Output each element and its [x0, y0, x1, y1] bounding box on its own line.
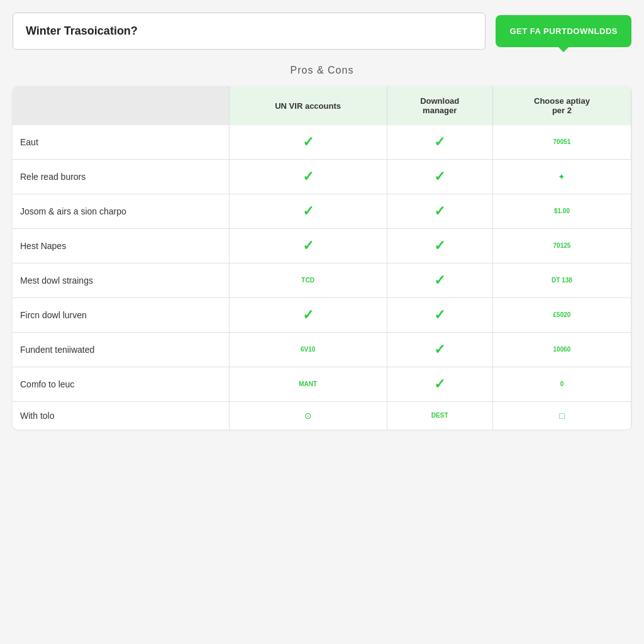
comparison-table: UN VIR accounts Downloadmanager Choose a…: [13, 86, 631, 430]
check-icon: ✓: [303, 238, 314, 253]
cell-label: $1.00: [501, 208, 623, 215]
cell-col3-5: £5020: [492, 298, 631, 333]
cell-label: 0: [501, 380, 623, 388]
cell-col3-4: DT 138: [492, 264, 631, 298]
cell-feature-7: Comfo to leuc: [13, 367, 229, 402]
check-icon: ✓: [303, 203, 314, 219]
cell-col2-1: ✓: [387, 160, 492, 194]
cell-icon: ⊙: [304, 411, 312, 421]
cell-label: £5020: [501, 311, 623, 319]
table-row: Fundent teniiwated6V10✓10060: [13, 333, 631, 367]
table-header-row: UN VIR accounts Downloadmanager Choose a…: [13, 86, 631, 125]
cell-label: 10060: [501, 346, 623, 353]
cell-label: MANT: [237, 380, 379, 388]
table-row: Eaut✓✓70051: [13, 125, 631, 160]
cell-col3-1: ✦: [492, 160, 631, 194]
cell-col2-5: ✓: [387, 298, 492, 333]
table-row: Fircn dowl lurven✓✓£5020: [13, 298, 631, 333]
cell-col3-2: $1.00: [492, 194, 631, 229]
cell-col1-6: 6V10: [229, 333, 387, 367]
table-row: Hest Napes✓✓70125: [13, 229, 631, 264]
table-row: Rele read burors✓✓✦: [13, 160, 631, 194]
cell-label: DEST: [395, 412, 485, 419]
check-icon: ✓: [303, 169, 314, 184]
cell-label: DT 138: [501, 277, 623, 284]
page-header: GET FA PURTDOWNLDDS: [13, 13, 631, 50]
cell-label: 70051: [501, 138, 623, 146]
cell-col1-3: ✓: [229, 229, 387, 264]
cell-col1-2: ✓: [229, 194, 387, 229]
cell-col1-0: ✓: [229, 125, 387, 160]
cell-feature-8: With tolo: [13, 402, 229, 430]
search-input[interactable]: [13, 13, 486, 50]
cell-col2-2: ✓: [387, 194, 492, 229]
cell-col2-6: ✓: [387, 333, 492, 367]
table-row: With tolo⊙DEST□: [13, 402, 631, 430]
check-icon: ✓: [434, 341, 445, 357]
cell-feature-1: Rele read burors: [13, 160, 229, 194]
cell-col3-7: 0: [492, 367, 631, 402]
check-icon: ✓: [434, 134, 445, 150]
cell-col3-8: □: [492, 402, 631, 430]
cell-col3-0: 70051: [492, 125, 631, 160]
cell-col3-6: 10060: [492, 333, 631, 367]
cell-col1-5: ✓: [229, 298, 387, 333]
cell-feature-4: Mest dowl straings: [13, 264, 229, 298]
table-row: Comfo to leucMANT✓0: [13, 367, 631, 402]
cell-col2-0: ✓: [387, 125, 492, 160]
cell-col2-3: ✓: [387, 229, 492, 264]
col-feature-header: [13, 86, 229, 125]
check-icon: ✓: [434, 203, 445, 219]
cell-label: 6V10: [237, 346, 379, 353]
check-icon: ✓: [434, 376, 445, 392]
cell-feature-2: Josom & airs a sion charpo: [13, 194, 229, 229]
col2-header: Downloadmanager: [387, 86, 492, 125]
col3-header: Choose aptiayper 2: [492, 86, 631, 125]
section-title: Pros & Cons: [13, 65, 631, 76]
cell-col2-4: ✓: [387, 264, 492, 298]
cell-col2-7: ✓: [387, 367, 492, 402]
check-icon: ✓: [434, 307, 445, 323]
cell-col1-1: ✓: [229, 160, 387, 194]
col1-header: UN VIR accounts: [229, 86, 387, 125]
cell-feature-0: Eaut: [13, 125, 229, 160]
check-icon: ✓: [303, 307, 314, 323]
cell-feature-6: Fundent teniiwated: [13, 333, 229, 367]
cell-label: TCD: [237, 277, 379, 284]
check-icon: ✓: [434, 272, 445, 288]
cell-col1-4: TCD: [229, 264, 387, 298]
table-row: Mest dowl straingsTCD✓DT 138: [13, 264, 631, 298]
cell-col3-3: 70125: [492, 229, 631, 264]
cell-col1-7: MANT: [229, 367, 387, 402]
cell-feature-3: Hest Napes: [13, 229, 229, 264]
cell-icon: ✦: [558, 172, 565, 182]
cell-label: 70125: [501, 242, 623, 250]
check-icon: ✓: [434, 238, 445, 253]
cell-col2-8: DEST: [387, 402, 492, 430]
cell-icon: □: [559, 411, 564, 421]
cta-button[interactable]: GET FA PURTDOWNLDDS: [496, 15, 631, 47]
check-icon: ✓: [434, 169, 445, 184]
cell-feature-5: Fircn dowl lurven: [13, 298, 229, 333]
cell-col1-8: ⊙: [229, 402, 387, 430]
check-icon: ✓: [303, 134, 314, 150]
table-row: Josom & airs a sion charpo✓✓$1.00: [13, 194, 631, 229]
